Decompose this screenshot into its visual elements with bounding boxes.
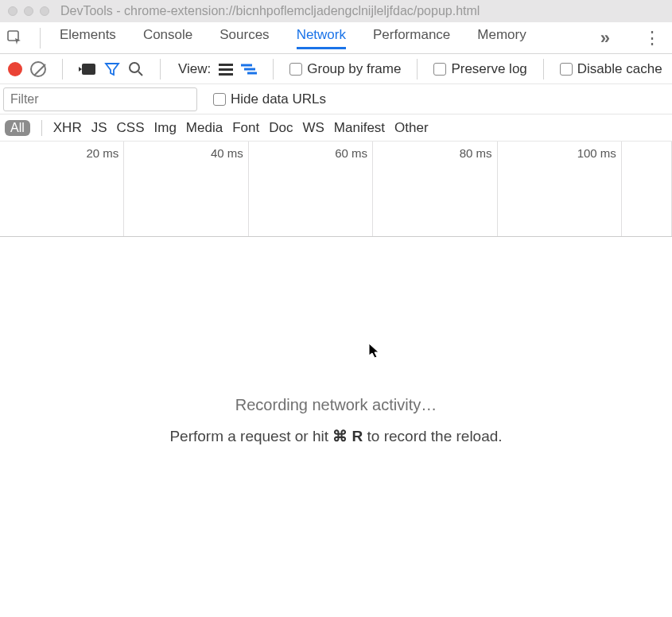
divider [160, 59, 161, 80]
tab-elements[interactable]: Elements [60, 27, 116, 49]
tab-memory[interactable]: Memory [477, 27, 526, 49]
zoom-dot[interactable] [40, 6, 49, 16]
group-by-frame-checkbox[interactable]: Group by frame [289, 61, 401, 77]
disable-cache-checkbox[interactable]: Disable cache [560, 61, 662, 77]
tick: 100 ms [577, 146, 616, 160]
close-dot[interactable] [8, 6, 17, 16]
large-rows-icon[interactable] [219, 63, 233, 76]
shortcut-key: ⌘ R [332, 428, 363, 444]
tab-performance[interactable]: Performance [373, 27, 450, 49]
mouse-cursor-icon [369, 343, 380, 359]
type-img[interactable]: Img [154, 120, 177, 136]
screenshot-icon[interactable] [79, 63, 96, 76]
record-button[interactable] [8, 62, 22, 76]
type-filter-row: All XHR JS CSS Img Media Font Doc WS Man… [0, 114, 672, 142]
type-all[interactable]: All [5, 120, 30, 136]
window-title: DevTools - chrome-extension://bicnhpofle… [60, 4, 480, 18]
type-font[interactable]: Font [232, 120, 259, 136]
panel-tab-bar: Elements Console Sources Network Perform… [0, 22, 672, 54]
svg-point-3 [130, 63, 139, 72]
svg-line-4 [138, 72, 142, 76]
svg-rect-5 [219, 64, 233, 66]
hide-data-urls-checkbox[interactable]: Hide data URLs [213, 91, 326, 107]
preserve-log-checkbox[interactable]: Preserve log [433, 61, 526, 77]
element-picker-icon[interactable] [6, 29, 24, 47]
divider [543, 59, 544, 80]
tab-console[interactable]: Console [143, 27, 192, 49]
type-media[interactable]: Media [186, 120, 223, 136]
type-xhr[interactable]: XHR [53, 120, 82, 136]
empty-heading: Recording network activity… [235, 396, 437, 414]
divider [40, 28, 41, 49]
panel-tabs: Elements Console Sources Network Perform… [60, 27, 526, 49]
filter-input[interactable] [3, 87, 197, 111]
type-doc[interactable]: Doc [269, 120, 293, 136]
divider [41, 120, 42, 136]
type-other[interactable]: Other [394, 120, 429, 136]
type-manifest[interactable]: Manifest [334, 120, 385, 136]
filter-row: Hide data URLs [0, 84, 672, 114]
overflow-tabs-icon[interactable]: » [594, 28, 616, 49]
tick: 40 ms [211, 146, 243, 160]
empty-instructions: Perform a request or hit ⌘ R to record t… [169, 427, 502, 445]
type-css[interactable]: CSS [117, 120, 145, 136]
waterfall-view-icon[interactable] [241, 63, 257, 76]
filter-funnel-icon[interactable] [104, 61, 120, 77]
type-js[interactable]: JS [91, 120, 107, 136]
svg-rect-1 [82, 64, 95, 75]
clear-button[interactable] [30, 61, 46, 77]
minimize-dot[interactable] [24, 6, 33, 16]
tab-sources[interactable]: Sources [219, 27, 269, 49]
window-title-bar: DevTools - chrome-extension://bicnhpofle… [0, 0, 672, 22]
empty-state: Recording network activity… Perform a re… [0, 396, 672, 445]
type-ws[interactable]: WS [302, 120, 324, 136]
svg-rect-6 [219, 68, 233, 71]
tick: 60 ms [335, 146, 367, 160]
svg-marker-2 [79, 67, 82, 72]
search-icon[interactable] [128, 61, 144, 77]
kebab-menu-icon[interactable]: ⋮ [639, 28, 666, 49]
traffic-lights [8, 6, 49, 16]
tab-network[interactable]: Network [297, 27, 346, 49]
divider [417, 59, 418, 80]
timeline-overview[interactable]: 20 ms 40 ms 60 ms 80 ms 100 ms [0, 142, 672, 237]
tick: 20 ms [87, 146, 119, 160]
tick: 80 ms [460, 146, 492, 160]
divider [273, 59, 274, 80]
network-toolbar: View: Group by frame Preserve log Disabl… [0, 54, 672, 84]
view-label: View: [178, 61, 211, 77]
divider [62, 59, 63, 80]
svg-rect-7 [219, 73, 233, 76]
